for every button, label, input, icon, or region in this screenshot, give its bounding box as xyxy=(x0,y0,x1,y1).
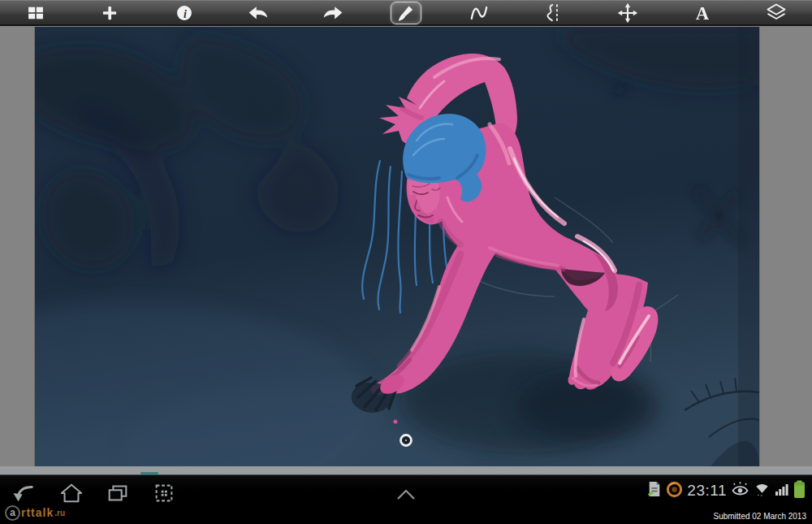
home-button[interactable] xyxy=(57,482,86,506)
back-button[interactable] xyxy=(10,482,39,506)
transform-button[interactable] xyxy=(611,1,644,25)
smart-stay-eye-icon xyxy=(731,481,749,500)
chevron-up-icon xyxy=(391,486,421,506)
text-tool-button[interactable]: A xyxy=(686,1,719,25)
paintbrush-icon xyxy=(395,2,417,24)
toolbar: i xyxy=(0,0,812,26)
stroke-smoothing-button[interactable] xyxy=(463,1,495,25)
status-cluster: 23:11 xyxy=(647,480,806,501)
screen-capture-icon xyxy=(151,481,177,508)
canvas-bottom-strip xyxy=(0,466,812,475)
redo-button[interactable] xyxy=(317,1,349,25)
watermark-text: rttalk xyxy=(21,506,54,519)
wave-icon xyxy=(468,2,490,24)
watermark-suffix: .ru xyxy=(54,509,65,518)
layers-button[interactable] xyxy=(760,1,793,25)
watermark-logo: a rttalk .ru xyxy=(5,504,65,522)
screen-capture-button[interactable] xyxy=(149,482,179,506)
strip-glow xyxy=(140,472,158,474)
recent-apps-icon xyxy=(105,481,131,508)
recent-apps-button[interactable] xyxy=(103,482,132,506)
memo-icon xyxy=(647,480,662,501)
battery-icon xyxy=(793,480,806,502)
submitted-caption: Submitted 02 March 2013 xyxy=(713,512,806,521)
notification-circle-icon xyxy=(666,481,683,501)
info-icon: i xyxy=(174,2,195,24)
plus-icon xyxy=(99,2,120,24)
panel-handle-button[interactable] xyxy=(391,483,421,508)
wifi-icon xyxy=(754,481,771,500)
letter-a-icon: A xyxy=(691,2,714,24)
painting-canvas[interactable] xyxy=(35,27,759,467)
svg-text:A: A xyxy=(695,2,709,23)
workspace xyxy=(0,26,812,475)
new-sketch-button[interactable] xyxy=(93,1,126,25)
status-clock: 23:11 xyxy=(687,480,727,501)
signal-bars-icon xyxy=(775,481,789,500)
gallery-button[interactable] xyxy=(19,1,52,25)
layers-icon xyxy=(765,2,788,24)
undo-arrow-icon xyxy=(247,2,270,24)
tablet-screen: i xyxy=(0,0,812,524)
grid-icon xyxy=(25,2,46,24)
brush-tool-button[interactable] xyxy=(391,2,421,24)
undo-button[interactable] xyxy=(242,1,274,25)
info-button[interactable]: i xyxy=(168,1,201,25)
move-arrows-icon xyxy=(616,2,639,24)
svg-text:i: i xyxy=(184,7,187,19)
symmetry-squiggle-icon xyxy=(542,2,565,24)
painting-background xyxy=(35,27,759,467)
redo-arrow-icon xyxy=(322,2,344,24)
symmetry-button[interactable] xyxy=(538,1,570,25)
system-navbar: 23:11 xyxy=(0,475,812,524)
watermark-circle-a: a xyxy=(5,505,20,521)
